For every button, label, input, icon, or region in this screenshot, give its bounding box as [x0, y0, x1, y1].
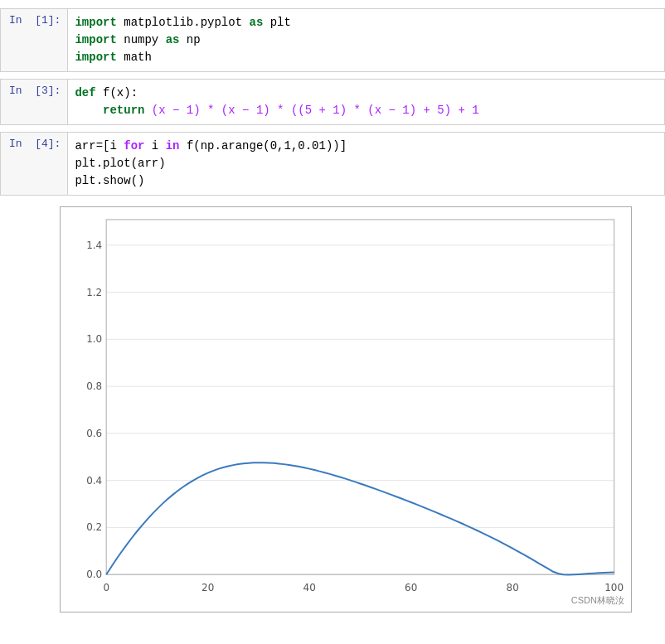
svg-text:20: 20: [201, 582, 214, 593]
cell-3-content[interactable]: def f(x): return (x − 1) * (x − 1) * ((5…: [67, 80, 664, 124]
chart-svg: 0.0 0.2 0.4 0.6 0.8: [61, 207, 631, 612]
svg-text:0.0: 0.0: [86, 569, 102, 580]
x-axis: 0 20 40 60 80 100: [103, 582, 624, 593]
svg-text:40: 40: [303, 582, 316, 593]
svg-rect-22: [106, 220, 614, 574]
cell-1-content[interactable]: import matplotlib.pyplot as plt import n…: [67, 9, 664, 71]
svg-text:60: 60: [405, 582, 417, 593]
svg-text:100: 100: [604, 582, 624, 593]
svg-text:0.4: 0.4: [86, 475, 102, 487]
cell-4[interactable]: In [4]: arr=[i for i in f(np.arange(0,1,…: [0, 132, 665, 196]
cell-4-label: In [4]:: [1, 133, 67, 155]
chart-box: 0.0 0.2 0.4 0.6 0.8: [60, 206, 632, 613]
cell-3-label: In [3]:: [1, 80, 67, 102]
svg-text:80: 80: [507, 582, 519, 593]
chart-output: 0.0 0.2 0.4 0.6 0.8: [0, 202, 665, 617]
notebook: In [1]: import matplotlib.pyplot as plt …: [0, 0, 665, 644]
cell-3[interactable]: In [3]: def f(x): return (x − 1) * (x − …: [0, 79, 665, 125]
cell-4-content[interactable]: arr=[i for i in f(np.arange(0,1,0.01))] …: [67, 133, 664, 195]
svg-text:1.2: 1.2: [86, 287, 102, 298]
cell-1-label: In [1]:: [1, 9, 67, 31]
chart-container: 0.0 0.2 0.4 0.6 0.8: [58, 202, 665, 617]
svg-text:1.0: 1.0: [86, 333, 102, 345]
cell-1[interactable]: In [1]: import matplotlib.pyplot as plt …: [0, 8, 665, 72]
svg-text:0.6: 0.6: [86, 428, 102, 439]
y-axis: 0.0 0.2 0.4 0.6 0.8: [86, 240, 614, 580]
svg-text:0.2: 0.2: [86, 521, 102, 533]
watermark: CSDN林晓汝: [571, 594, 624, 607]
svg-text:0.8: 0.8: [86, 380, 102, 392]
curve-line: [106, 462, 614, 574]
svg-text:1.4: 1.4: [86, 240, 102, 251]
svg-text:0: 0: [103, 582, 109, 593]
